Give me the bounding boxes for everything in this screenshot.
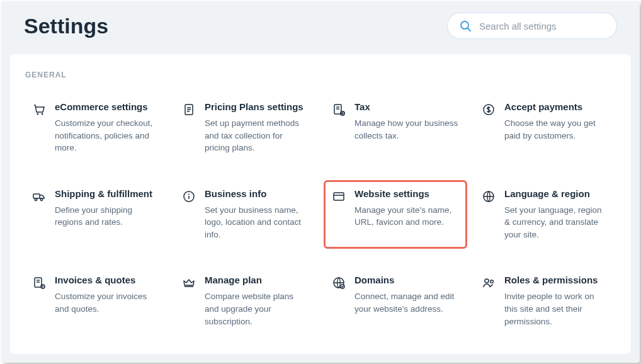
browser-icon: [332, 190, 346, 203]
invoice-icon: [32, 276, 46, 290]
card-body: TaxManage how your business collects tax…: [355, 101, 459, 142]
card-title: Roles & permissions: [504, 275, 609, 285]
card-body: Shipping & fulfillmentDefine your shippi…: [55, 188, 159, 229]
section-label-general: GENERAL: [25, 71, 617, 79]
card-desc: Define your shipping regions and rates.: [55, 204, 159, 229]
card-title: eCommerce settings: [55, 101, 159, 112]
card-website-settings[interactable]: Website settingsManage your site's name,…: [324, 180, 467, 249]
card-title: Pricing Plans settings: [205, 101, 309, 112]
card-accept-payments[interactable]: Accept paymentsChoose the way you get pa…: [474, 93, 617, 162]
card-shipping-fulfillment[interactable]: Shipping & fulfillmentDefine your shippi…: [24, 180, 167, 249]
card-title: Business info: [205, 188, 309, 199]
card-body: Manage planCompare website plans and upg…: [205, 275, 309, 327]
search-icon: [459, 20, 473, 33]
card-body: DomainsConnect, manage and edit your web…: [355, 275, 459, 315]
page-title: Settings: [24, 14, 108, 38]
card-desc: Customize your invoices and quotes.: [55, 290, 159, 315]
people-icon: [482, 276, 496, 290]
settings-panel: GENERAL eCommerce settingsCustomize your…: [10, 54, 631, 354]
card-desc: Set your language, region & currency, an…: [504, 204, 609, 241]
card-ecommerce-settings[interactable]: eCommerce settingsCustomize your checkou…: [24, 93, 167, 162]
card-body: Business infoSet your business name, log…: [205, 188, 309, 241]
card-title: Shipping & fulfillment: [55, 188, 159, 199]
header: Settings: [1, 1, 640, 45]
globe-icon: [482, 190, 496, 203]
card-invoices-quotes[interactable]: Invoices & quotesCustomize your invoices…: [24, 266, 167, 336]
card-roles-permissions[interactable]: Roles & permissionsInvite people to work…: [474, 266, 617, 336]
domain-icon: [332, 276, 346, 290]
tax-icon: [332, 103, 346, 117]
card-body: Language & regionSet your language, regi…: [504, 188, 609, 241]
card-body: eCommerce settingsCustomize your checkou…: [55, 101, 159, 154]
dollar-icon: [482, 103, 496, 117]
card-body: Website settingsManage your site's name,…: [355, 188, 459, 229]
card-desc: Manage your site's name, URL, favicon an…: [355, 204, 459, 229]
card-desc: Manage how your business collects tax.: [355, 117, 459, 142]
file-icon: [182, 103, 196, 117]
search-input[interactable]: [479, 21, 605, 31]
search-box[interactable]: [447, 13, 617, 39]
settings-grid: eCommerce settingsCustomize your checkou…: [24, 93, 617, 336]
card-business-info[interactable]: Business infoSet your business name, log…: [174, 180, 317, 249]
card-desc: Connect, manage and edit your website's …: [355, 290, 459, 315]
card-title: Invoices & quotes: [55, 275, 159, 285]
card-body: Invoices & quotesCustomize your invoices…: [55, 275, 159, 315]
card-desc: Compare website plans and upgrade your s…: [205, 290, 309, 327]
card-title: Tax: [355, 101, 459, 112]
info-icon: [182, 190, 196, 203]
cart-icon: [32, 103, 46, 117]
card-manage-plan[interactable]: Manage planCompare website plans and upg…: [174, 266, 317, 336]
card-desc: Invite people to work on this site and s…: [504, 290, 609, 327]
card-body: Roles & permissionsInvite people to work…: [504, 275, 609, 327]
card-body: Accept paymentsChoose the way you get pa…: [504, 101, 609, 142]
card-domains[interactable]: DomainsConnect, manage and edit your web…: [324, 266, 467, 336]
settings-page: Settings GENERAL eCommerce settingsCusto…: [1, 1, 640, 363]
card-title: Accept payments: [504, 101, 609, 112]
card-title: Website settings: [355, 188, 459, 199]
card-desc: Customize your checkout, notifications, …: [55, 117, 159, 154]
card-tax[interactable]: TaxManage how your business collects tax…: [324, 93, 467, 162]
card-desc: Set up payment methods and tax collectio…: [205, 117, 309, 154]
card-pricing-plans-settings[interactable]: Pricing Plans settingsSet up payment met…: [174, 93, 317, 162]
card-desc: Set your business name, logo, location a…: [205, 204, 309, 241]
crown-icon: [182, 276, 196, 290]
card-body: Pricing Plans settingsSet up payment met…: [205, 101, 309, 154]
card-language-region[interactable]: Language & regionSet your language, regi…: [474, 180, 617, 249]
card-title: Manage plan: [205, 275, 309, 285]
truck-icon: [32, 190, 46, 203]
card-desc: Choose the way you get paid by customers…: [504, 117, 609, 142]
card-title: Language & region: [504, 188, 609, 199]
card-title: Domains: [355, 275, 459, 285]
